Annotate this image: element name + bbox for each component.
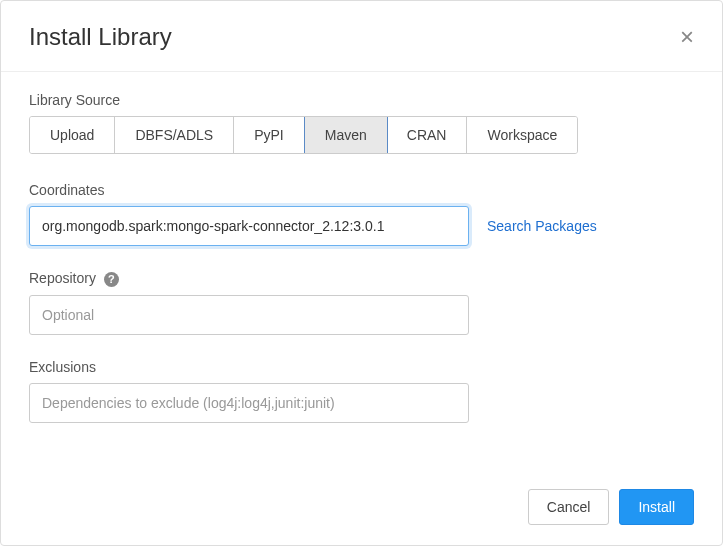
close-button[interactable]: ×	[680, 25, 694, 49]
exclusions-input[interactable]	[29, 383, 469, 423]
help-icon[interactable]: ?	[104, 272, 119, 287]
tab-upload[interactable]: Upload	[30, 117, 115, 153]
install-button[interactable]: Install	[619, 489, 694, 525]
cancel-button[interactable]: Cancel	[528, 489, 610, 525]
tab-workspace[interactable]: Workspace	[467, 117, 577, 153]
coordinates-label: Coordinates	[29, 182, 694, 198]
library-source-tabs: Upload DBFS/ADLS PyPI Maven CRAN Workspa…	[29, 116, 578, 154]
modal-title: Install Library	[29, 23, 172, 51]
coordinates-group: Coordinates Search Packages	[29, 182, 694, 246]
coordinates-row: Search Packages	[29, 206, 694, 246]
modal-body: Library Source Upload DBFS/ADLS PyPI Mav…	[1, 72, 722, 475]
tab-cran[interactable]: CRAN	[387, 117, 468, 153]
modal-footer: Cancel Install	[1, 475, 722, 545]
tab-pypi[interactable]: PyPI	[234, 117, 305, 153]
repository-group: Repository ?	[29, 270, 694, 335]
repository-input[interactable]	[29, 295, 469, 335]
close-icon: ×	[680, 23, 694, 50]
tab-dbfs-adls[interactable]: DBFS/ADLS	[115, 117, 234, 153]
repository-label: Repository ?	[29, 270, 694, 287]
install-library-modal: Install Library × Library Source Upload …	[0, 0, 723, 546]
library-source-label: Library Source	[29, 92, 694, 108]
exclusions-label: Exclusions	[29, 359, 694, 375]
modal-header: Install Library ×	[1, 1, 722, 72]
exclusions-group: Exclusions	[29, 359, 694, 423]
search-packages-link[interactable]: Search Packages	[487, 218, 597, 234]
tab-maven[interactable]: Maven	[304, 116, 388, 154]
library-source-group: Library Source Upload DBFS/ADLS PyPI Mav…	[29, 92, 694, 154]
coordinates-input[interactable]	[29, 206, 469, 246]
